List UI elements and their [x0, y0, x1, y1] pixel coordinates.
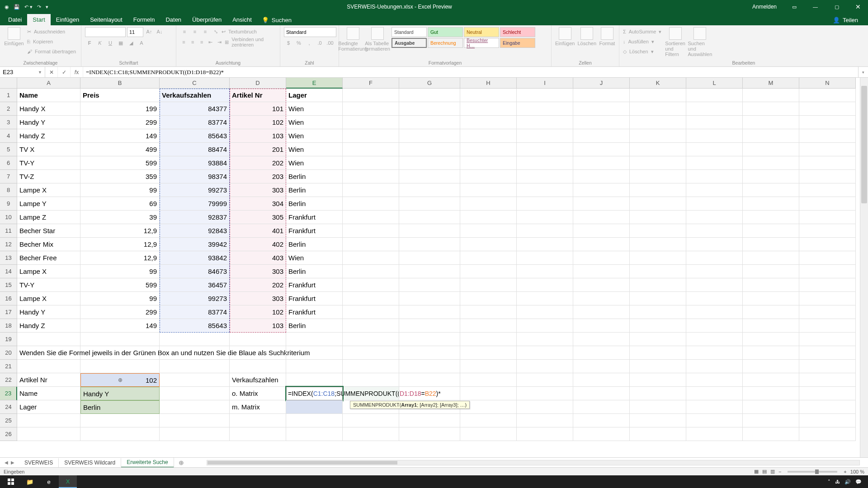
row-header[interactable]: 19: [0, 333, 17, 346]
row-header[interactable]: 23: [0, 387, 17, 400]
cell[interactable]: Berlin: [286, 170, 343, 183]
cell[interactable]: [630, 170, 686, 183]
cell[interactable]: [399, 292, 460, 305]
cell[interactable]: [630, 305, 686, 319]
cell[interactable]: [630, 224, 686, 238]
cell[interactable]: Wien: [286, 143, 343, 156]
row-header[interactable]: 1: [0, 89, 17, 102]
cell[interactable]: 102: [230, 305, 286, 319]
cell[interactable]: [343, 292, 399, 305]
cell[interactable]: 303: [230, 265, 286, 278]
cell[interactable]: [686, 156, 743, 170]
row-header[interactable]: 20: [0, 346, 17, 360]
tab-einfuegen[interactable]: Einfügen: [51, 14, 85, 25]
cell[interactable]: [460, 265, 517, 278]
cell[interactable]: [343, 183, 399, 197]
cell[interactable]: [630, 414, 686, 427]
cell[interactable]: [460, 319, 517, 333]
cell[interactable]: Berlin: [286, 265, 343, 278]
row-header[interactable]: 26: [0, 427, 17, 441]
view-page-break-icon[interactable]: ▥: [770, 469, 775, 474]
cell[interactable]: Handy Y: [17, 116, 80, 129]
cell[interactable]: [517, 387, 573, 400]
cell[interactable]: [686, 414, 743, 427]
indent-dec-icon[interactable]: ⇤: [207, 38, 215, 47]
cell[interactable]: [517, 143, 573, 156]
tab-ansicht[interactable]: Ansicht: [227, 14, 257, 25]
cell[interactable]: [17, 414, 80, 427]
cell[interactable]: [799, 211, 856, 224]
view-normal-icon[interactable]: ▦: [754, 469, 759, 474]
style-eingabe[interactable]: Eingabe: [500, 38, 535, 48]
cell[interactable]: [517, 414, 573, 427]
format-painter-button[interactable]: 🖌 Format übertragen: [27, 47, 76, 56]
cell[interactable]: 599: [80, 156, 160, 170]
cell[interactable]: [686, 400, 743, 414]
zoom-slider[interactable]: [788, 471, 837, 473]
cell[interactable]: [343, 427, 399, 441]
orientation-icon[interactable]: ⤡: [211, 27, 220, 36]
cell[interactable]: [399, 183, 460, 197]
cell[interactable]: 12,9: [80, 238, 160, 251]
row-header[interactable]: 12: [0, 238, 17, 251]
cell[interactable]: [17, 360, 80, 373]
cell[interactable]: [686, 427, 743, 441]
cell[interactable]: Frankfurt: [286, 278, 343, 292]
cell[interactable]: [630, 156, 686, 170]
cell[interactable]: [517, 265, 573, 278]
cell[interactable]: [743, 414, 799, 427]
cell[interactable]: Wien: [286, 251, 343, 265]
cell[interactable]: [686, 116, 743, 129]
cell[interactable]: [573, 319, 630, 333]
cell[interactable]: 85643: [160, 129, 230, 143]
cell[interactable]: Berlin: [286, 197, 343, 211]
column-header[interactable]: I: [517, 78, 573, 89]
cell[interactable]: [80, 414, 160, 427]
cell[interactable]: [460, 387, 517, 400]
cell[interactable]: [799, 170, 856, 183]
cell[interactable]: [517, 197, 573, 211]
cell[interactable]: [517, 89, 573, 102]
border-button[interactable]: ▦: [116, 38, 125, 47]
cell[interactable]: [630, 89, 686, 102]
cell[interactable]: [686, 278, 743, 292]
cell[interactable]: Wien: [286, 116, 343, 129]
cell[interactable]: [573, 360, 630, 373]
cell[interactable]: Berlin: [286, 183, 343, 197]
cell[interactable]: [517, 305, 573, 319]
cell[interactable]: 36457: [160, 278, 230, 292]
cell[interactable]: Artikel Nr: [230, 89, 286, 102]
cell[interactable]: Frankfurt: [286, 292, 343, 305]
cell[interactable]: [743, 305, 799, 319]
cell[interactable]: [743, 143, 799, 156]
cell[interactable]: [686, 346, 743, 360]
cell[interactable]: [743, 333, 799, 346]
cell[interactable]: 79999: [160, 197, 230, 211]
cell[interactable]: [343, 129, 399, 143]
cell[interactable]: 303: [230, 292, 286, 305]
cell[interactable]: Frankfurt: [286, 305, 343, 319]
cell[interactable]: TV X: [17, 143, 80, 156]
font-family-input[interactable]: [85, 27, 126, 37]
view-page-layout-icon[interactable]: ▤: [762, 469, 767, 474]
cell[interactable]: [573, 129, 630, 143]
column-header[interactable]: N: [799, 78, 856, 89]
cell[interactable]: [686, 170, 743, 183]
row-header[interactable]: 14: [0, 265, 17, 278]
cell[interactable]: [573, 346, 630, 360]
cell[interactable]: [799, 333, 856, 346]
style-standard[interactable]: Standard: [392, 27, 427, 37]
cell[interactable]: [743, 89, 799, 102]
cell[interactable]: [517, 224, 573, 238]
underline-button[interactable]: U: [106, 38, 115, 47]
cell[interactable]: Berlin: [286, 238, 343, 251]
indent-inc-icon[interactable]: ⇥: [216, 38, 223, 47]
cell[interactable]: [230, 346, 286, 360]
autosum-button[interactable]: Σ AutoSumme ▾: [623, 27, 661, 36]
cell[interactable]: [517, 156, 573, 170]
cell[interactable]: [630, 102, 686, 116]
cell[interactable]: [286, 400, 343, 414]
share-button[interactable]: 👤 Teilen: [826, 15, 865, 25]
dec-decimal-icon[interactable]: .00: [326, 38, 335, 47]
cell[interactable]: [460, 333, 517, 346]
